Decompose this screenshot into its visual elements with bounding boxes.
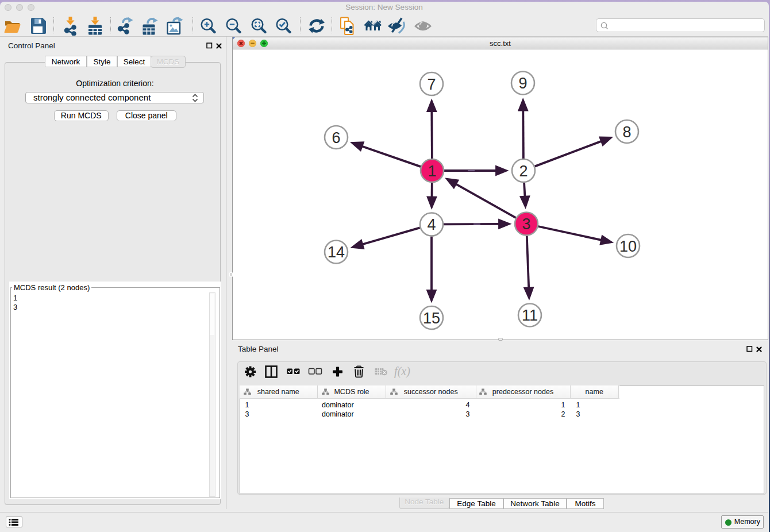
svg-text:10: 10 [619, 238, 637, 255]
svg-text:f(x): f(x) [394, 365, 410, 378]
svg-text:1: 1 [428, 163, 436, 180]
svg-text:11: 11 [522, 307, 538, 324]
svg-text:14: 14 [328, 244, 345, 261]
svg-text:2: 2 [519, 163, 528, 180]
svg-text:8: 8 [622, 124, 631, 141]
svg-text:9: 9 [518, 75, 527, 92]
svg-text:15: 15 [423, 310, 440, 327]
svg-text:3: 3 [522, 215, 530, 233]
svg-text:6: 6 [332, 129, 340, 147]
svg-text:7: 7 [427, 76, 436, 93]
svg-text:4: 4 [427, 216, 436, 233]
